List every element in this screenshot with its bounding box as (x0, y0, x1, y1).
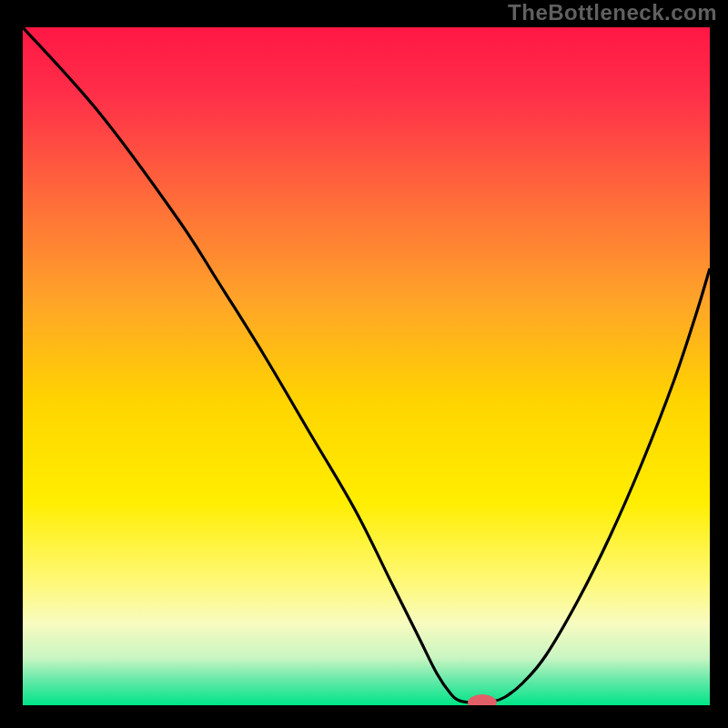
chart-frame: TheBottleneck.com (0, 0, 728, 728)
watermark-text: TheBottleneck.com (508, 0, 717, 25)
axis-border (0, 0, 23, 728)
axis-border (710, 0, 728, 728)
axis-border (0, 705, 728, 728)
chart-svg (0, 0, 728, 728)
plot-background (23, 27, 710, 705)
